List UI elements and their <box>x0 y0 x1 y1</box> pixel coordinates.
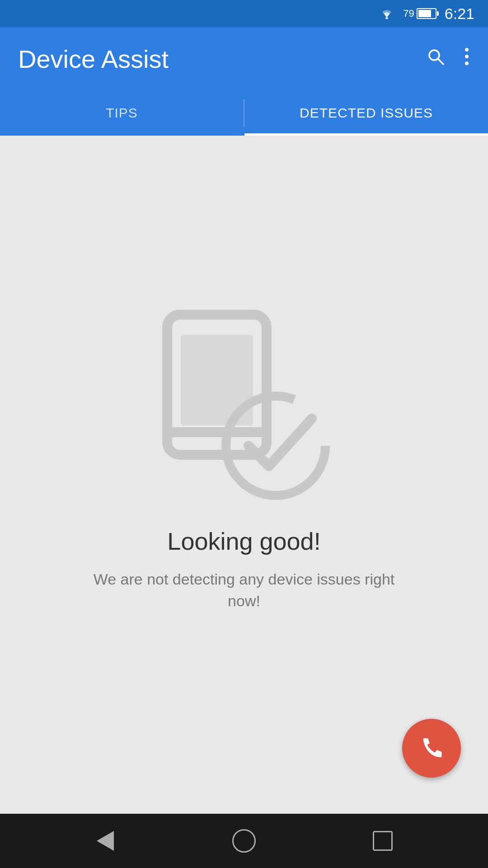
tab-detected-issues[interactable]: DETECTED ISSUES <box>244 90 488 136</box>
back-icon <box>97 831 114 851</box>
search-icon <box>426 47 446 66</box>
device-check-illustration <box>145 301 343 500</box>
nav-bar <box>0 814 488 868</box>
svg-line-2 <box>438 59 444 65</box>
home-button[interactable] <box>226 823 262 859</box>
svg-point-0 <box>386 17 388 19</box>
more-vert-icon <box>464 47 470 66</box>
illustration-svg <box>145 301 343 500</box>
call-support-fab[interactable] <box>402 719 461 778</box>
app-bar-actions <box>426 47 470 71</box>
battery-icon <box>417 8 436 19</box>
svg-point-3 <box>465 48 469 52</box>
battery-percent: 79 <box>403 8 414 19</box>
svg-point-1 <box>429 50 439 60</box>
battery-fill <box>418 10 431 17</box>
status-icons: 79 6:21 <box>379 5 474 23</box>
tabs: TIPS DETECTED ISSUES <box>0 90 488 136</box>
home-icon <box>232 829 256 853</box>
recents-icon <box>373 831 393 851</box>
svg-point-4 <box>465 55 469 58</box>
battery-indicator: 79 <box>403 8 436 19</box>
status-description: We are not detecting any device issues r… <box>86 569 402 612</box>
back-button[interactable] <box>87 823 123 859</box>
tab-tips[interactable]: TIPS <box>0 90 244 136</box>
svg-point-9 <box>226 396 325 495</box>
wifi-icon <box>379 7 395 20</box>
status-bar: 79 6:21 <box>0 0 488 27</box>
main-content: Looking good! We are not detecting any d… <box>0 136 488 814</box>
more-options-button[interactable] <box>464 47 470 71</box>
app-title: Device Assist <box>18 44 169 74</box>
svg-point-5 <box>465 61 469 65</box>
search-button[interactable] <box>426 47 446 71</box>
app-bar: Device Assist <box>0 27 488 90</box>
status-time: 6:21 <box>445 5 474 23</box>
recents-button[interactable] <box>365 823 401 859</box>
phone-icon <box>418 735 445 761</box>
status-title: Looking good! <box>167 527 320 555</box>
